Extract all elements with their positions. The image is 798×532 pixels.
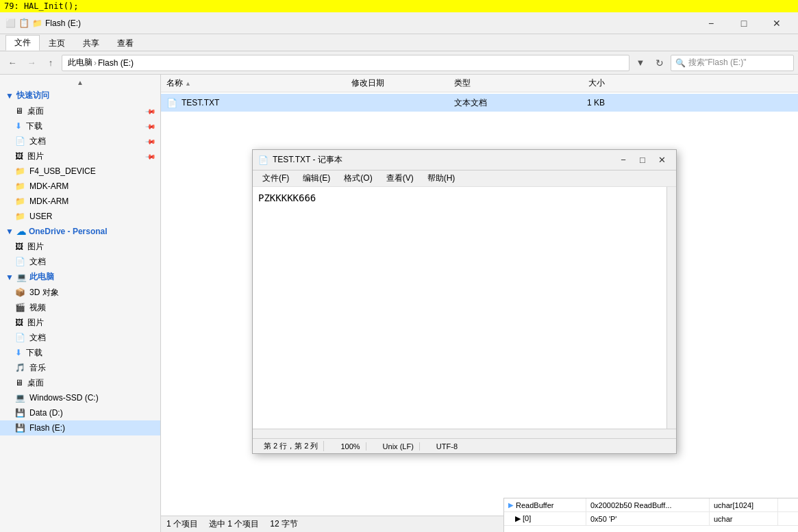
dropdown-button[interactable]: ▼	[632, 55, 649, 71]
sidebar-item-pc-docs[interactable]: 📄 文档	[0, 330, 160, 345]
back-button[interactable]: ←	[4, 55, 21, 71]
notepad-menu-help[interactable]: 帮助(H)	[421, 171, 462, 186]
pin-icon-downloads: 📌	[145, 121, 156, 131]
sidebar-item-downloads[interactable]: ⬇ 下载 📌	[0, 118, 160, 134]
folder-icon-title: 📁	[32, 18, 42, 28]
sidebar-item-3d[interactable]: 📦 3D 对象	[0, 285, 160, 300]
sidebar-item-user[interactable]: 📁 USER	[0, 209, 160, 224]
notepad-menu-view[interactable]: 查看(V)	[379, 171, 421, 186]
sidebar-item-pics[interactable]: 🖼 图片 📌	[0, 149, 160, 164]
music-icon: 🎵	[15, 363, 25, 372]
col-size-label: 大小	[588, 77, 605, 89]
sidebar-item-od-pics[interactable]: 🖼 图片	[0, 239, 160, 254]
var-type-0: uchar	[710, 512, 778, 525]
path-part-thispc: 此电脑	[68, 57, 92, 68]
onedrive-header[interactable]: ▼ ☁ OneDrive - Personal	[0, 224, 160, 239]
col-date-label: 修改日期	[351, 77, 384, 89]
sidebar-label-od-pics: 图片	[27, 241, 44, 253]
sort-arrow-name: ▲	[185, 80, 191, 87]
notepad-menu-format[interactable]: 格式(O)	[337, 171, 379, 186]
pc-pic-icon: 🖼	[15, 318, 23, 327]
quick-access-header[interactable]: ▼ 快速访问	[0, 88, 160, 103]
3d-icon: 📦	[15, 288, 25, 297]
tab-view[interactable]: 查看	[108, 36, 142, 51]
tab-file[interactable]: 文件	[5, 35, 40, 51]
notepad-title-bar: 📄 TEST.TXT - 记事本 − □ ✕	[253, 150, 676, 170]
sidebar-item-music[interactable]: 🎵 音乐	[0, 360, 160, 375]
maximize-button[interactable]: □	[728, 16, 760, 31]
tab-home[interactable]: 主页	[40, 36, 74, 51]
sidebar-item-desktop[interactable]: 🖥 桌面 📌	[0, 103, 160, 118]
od-doc-icon: 📄	[15, 257, 25, 266]
folder-icon-user: 📁	[15, 212, 25, 221]
forward-button[interactable]: →	[23, 55, 40, 71]
sidebar-label-user: USER	[29, 212, 52, 221]
scroll-up-arrow[interactable]: ▲	[77, 79, 84, 86]
col-header-type[interactable]: 类型	[454, 77, 536, 89]
notepad-close-button[interactable]: ✕	[653, 153, 671, 168]
title-controls: − □ ✕	[695, 16, 793, 31]
sidebar-item-video[interactable]: 🎬 视频	[0, 300, 160, 315]
notepad-content: PZKKKKK666	[253, 187, 676, 429]
sidebar-label-3d: 3D 对象	[29, 287, 59, 299]
sidebar-label-video: 视频	[29, 302, 46, 314]
col-header-name[interactable]: 名称 ▲	[166, 77, 351, 89]
onedrive-icon: ☁	[16, 226, 26, 237]
sidebar-item-pc-desktop[interactable]: 🖥 桌面	[0, 375, 160, 390]
sidebar-label-pc-dl: 下载	[26, 347, 42, 359]
sidebar-item-mdkarm1[interactable]: 📁 MDK-ARM	[0, 179, 160, 194]
file-cell-name-test: 📄 TEST.TXT	[166, 98, 351, 108]
code-line: 79: HAL_Init();	[4, 1, 78, 11]
sidebar-item-od-docs[interactable]: 📄 文档	[0, 254, 160, 269]
var-row-0: ▶ [0] 0x50 'P' uchar	[504, 512, 798, 526]
sidebar-item-docs[interactable]: 📄 文档 📌	[0, 134, 160, 149]
notepad-line-ending: Unix (LF)	[377, 442, 420, 451]
sidebar-item-drive-d[interactable]: 💾 Data (D:)	[0, 405, 160, 420]
notepad-menu-file[interactable]: 文件(F)	[255, 171, 296, 186]
var-label-readbuffer: ReadBuffer	[516, 501, 553, 509]
notepad-menubar: 文件(F) 编辑(E) 格式(O) 查看(V) 帮助(H)	[253, 170, 676, 187]
sidebar-label-drive-e: Flash (E:)	[29, 423, 65, 433]
close-button[interactable]: ✕	[761, 16, 793, 31]
notepad-menu-edit[interactable]: 编辑(E)	[296, 171, 337, 186]
pin-icon-pics: 📌	[145, 151, 156, 162]
desktop-icon: 🖥	[15, 106, 23, 116]
search-box[interactable]: 🔍 搜索"Flash (E:)"	[671, 55, 794, 71]
pic-icon: 🖼	[15, 151, 23, 161]
tab-share[interactable]: 共享	[74, 36, 108, 51]
up-button[interactable]: ↑	[42, 55, 59, 71]
thispc-header[interactable]: ▼ 💻 此电脑	[0, 269, 160, 285]
thispc-icon: 💻	[16, 273, 27, 282]
sidebar-item-f4usb[interactable]: 📁 F4_USB_DEVICE	[0, 164, 160, 179]
search-placeholder: 搜索"Flash (E:)"	[688, 57, 747, 68]
refresh-button[interactable]: ↻	[651, 55, 668, 71]
address-path[interactable]: 此电脑 › Flash (E:)	[62, 55, 629, 71]
thispc-label: 此电脑	[29, 271, 54, 283]
notepad-minimize-button[interactable]: −	[614, 153, 632, 168]
notepad-position: 第 2 行，第 2 列	[258, 441, 324, 451]
sidebar-label-od-docs: 文档	[29, 256, 46, 268]
col-header-size[interactable]: 大小	[536, 77, 605, 89]
sidebar-label-mdk2: MDK-ARM	[29, 197, 68, 206]
notepad-scrollbar[interactable]	[666, 187, 676, 429]
path-part-flash: Flash (E:)	[98, 58, 134, 68]
status-filesize: 12 字节	[270, 518, 298, 530]
sidebar-label-music: 音乐	[29, 362, 46, 374]
sidebar-item-drive-c[interactable]: 💻 Windows-SSD (C:)	[0, 390, 160, 405]
col-header-date[interactable]: 修改日期	[351, 77, 454, 89]
sidebar-item-pc-dl[interactable]: ⬇ 下载	[0, 345, 160, 360]
minimize-button[interactable]: −	[695, 16, 727, 31]
sidebar-item-mdkarm2[interactable]: 📁 MDK-ARM	[0, 194, 160, 209]
notepad-hscroll[interactable]	[253, 429, 676, 438]
notepad-zoom: 100%	[335, 442, 366, 451]
file-row-test[interactable]: 📄 TEST.TXT 文本文档 1 KB	[161, 94, 798, 112]
sidebar-label-pc-desktop: 桌面	[27, 377, 44, 389]
notepad-encoding: UTF-8	[431, 442, 463, 451]
notepad-maximize-button[interactable]: □	[634, 153, 651, 168]
path-separator-1: ›	[94, 58, 97, 68]
pc-desktop-icon: 🖥	[15, 378, 23, 388]
sidebar-item-drive-e[interactable]: 💾 Flash (E:)	[0, 420, 160, 435]
notepad-textarea[interactable]: PZKKKKK666	[253, 187, 666, 429]
pin-icon-desktop: 📌	[145, 105, 156, 116]
sidebar-item-pc-pics[interactable]: 🖼 图片	[0, 315, 160, 330]
